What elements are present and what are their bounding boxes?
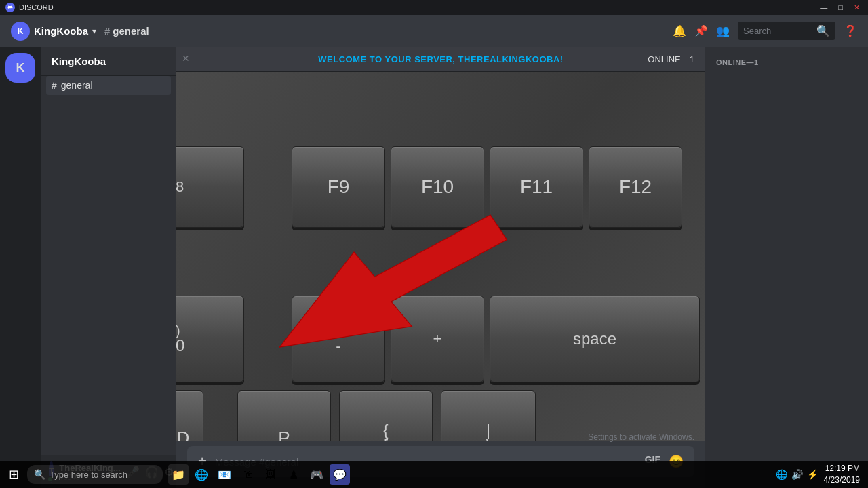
- taskbar-app-explorer[interactable]: 📁: [168, 464, 189, 485]
- members-sidebar: ONLINE—1: [705, 47, 868, 488]
- taskbar-search[interactable]: 🔍 Type here to search: [27, 465, 163, 484]
- members-header: ONLINE—1: [711, 58, 863, 66]
- bell-icon[interactable]: 🔔: [673, 24, 686, 37]
- main-layout: K KingKooba # general T TheRealKing... #…: [0, 47, 868, 488]
- server-item-active[interactable]: K: [5, 53, 35, 83]
- key-0-partial: ) 0: [176, 296, 244, 382]
- taskbar-app-discord[interactable]: 💬: [330, 464, 350, 485]
- key-label: F10: [421, 178, 454, 197]
- server-icon: K: [11, 22, 30, 41]
- titlebar: DISCORD — □ ✕: [0, 0, 868, 15]
- key-label-top: +: [433, 331, 442, 346]
- key-f11: F11: [490, 146, 583, 228]
- key-label: D: [177, 429, 190, 441]
- key-label: 8: [176, 180, 184, 195]
- maximize-button[interactable]: □: [835, 3, 846, 12]
- channels-header: KingKooba: [41, 47, 176, 76]
- taskbar-app-photos[interactable]: 🖼: [260, 464, 281, 485]
- close-banner-button[interactable]: ✕: [182, 53, 190, 64]
- search-box[interactable]: Search 🔍: [738, 22, 835, 40]
- channel-label: general: [104, 25, 149, 37]
- taskbar-right: 🌐 🔊 ⚡ 12:19 PM 4/23/2019: [776, 463, 868, 486]
- online-badge: ONLINE—1: [648, 54, 694, 64]
- taskbar: ⊞ 🔍 Type here to search 📁 🌐 📧 🛍 🖼 ♟ 🎮 💬 …: [0, 461, 868, 488]
- key-label: P: [278, 429, 290, 441]
- welcome-text: WELCOME TO YOUR SERVER, THEREALKINGKOOBA…: [318, 54, 563, 64]
- chat-content: 8 F9 F10 F11 F12: [176, 72, 705, 441]
- key-label-top: |: [486, 423, 490, 438]
- close-button[interactable]: ✕: [851, 3, 863, 12]
- server-name: KingKooba: [34, 25, 88, 37]
- taskbar-app-list: 📁 🌐 📧 🛍 🖼 ♟ 🎮 💬: [168, 464, 350, 485]
- key-f12: F12: [589, 146, 682, 228]
- search-placeholder: Search: [743, 26, 771, 36]
- taskbar-system-icons: 🌐 🔊 ⚡: [776, 469, 818, 480]
- key-space-partial: space: [490, 296, 700, 382]
- server-selector[interactable]: K KingKooba ▾: [11, 22, 96, 41]
- channel-item-general[interactable]: # general: [46, 76, 171, 95]
- start-button[interactable]: ⊞: [0, 461, 27, 488]
- key-label-top: ): [176, 324, 180, 338]
- taskbar-clock: 12:19 PM 4/23/2019: [824, 463, 860, 486]
- battery-icon: ⚡: [807, 469, 818, 480]
- discord-icon: [5, 3, 15, 12]
- key-label-top: —: [331, 324, 346, 339]
- key-bracket-open: { [: [339, 390, 433, 441]
- taskbar-app-store[interactable]: 🛍: [237, 464, 258, 485]
- taskbar-app-mail[interactable]: 📧: [214, 464, 235, 485]
- windows-activate-notice: Settings to activate Windows.: [588, 432, 694, 442]
- network-icon: 🌐: [776, 469, 787, 480]
- key-f9: F9: [292, 146, 385, 228]
- header-right: 🔔 📌 👥 Search 🔍 ❓: [673, 22, 857, 40]
- key-label-bot: \: [486, 438, 490, 441]
- key-label: space: [573, 331, 616, 347]
- key-8-partial: 8: [176, 146, 244, 228]
- members-icon[interactable]: 👥: [716, 24, 730, 37]
- hash-icon: #: [52, 80, 57, 91]
- key-f10: F10: [391, 146, 484, 228]
- titlebar-title: DISCORD: [19, 3, 54, 12]
- channel-name-label: general: [61, 80, 93, 91]
- volume-icon: 🔊: [791, 469, 803, 480]
- key-label-top: {: [383, 423, 388, 438]
- server-list: K: [0, 47, 41, 488]
- key-label-bot: -: [336, 339, 340, 354]
- channel-list: KingKooba # general T TheRealKing... #80…: [41, 47, 176, 488]
- discord-app: K KingKooba ▾ general 🔔 📌 👥 Search 🔍 ❓ K…: [0, 15, 868, 488]
- key-label: F9: [328, 178, 350, 197]
- keyboard-area: 8 F9 F10 F11 F12: [176, 72, 705, 441]
- date-display: 4/23/2019: [824, 474, 860, 486]
- titlebar-left: DISCORD: [5, 3, 54, 12]
- key-pipe: | \: [441, 390, 536, 441]
- arrow-overlay: [176, 72, 705, 441]
- key-label: F11: [520, 178, 553, 197]
- key-label-bot: 0: [176, 338, 184, 354]
- taskbar-search-placeholder: Type here to search: [50, 470, 127, 480]
- time-display: 12:19 PM: [824, 463, 860, 474]
- taskbar-app-steam[interactable]: ♟: [283, 464, 304, 485]
- key-minus: — -: [292, 296, 385, 382]
- taskbar-search-icon: 🔍: [34, 469, 45, 480]
- help-icon[interactable]: ❓: [844, 24, 857, 37]
- chevron-down-icon: ▾: [92, 26, 96, 36]
- key-label-bot: [: [384, 438, 388, 441]
- taskbar-app-edge[interactable]: 🌐: [191, 464, 212, 485]
- key-plus: +: [391, 296, 484, 382]
- titlebar-controls: — □ ✕: [817, 3, 863, 12]
- key-label: F12: [619, 178, 652, 197]
- welcome-banner: ✕ WELCOME TO YOUR SERVER, THEREALKINGKOO…: [176, 47, 705, 72]
- key-p: P: [237, 390, 331, 441]
- header: K KingKooba ▾ general 🔔 📌 👥 Search 🔍 ❓: [0, 15, 868, 47]
- taskbar-app-game[interactable]: 🎮: [307, 464, 327, 485]
- key-d-partial: D: [176, 390, 203, 441]
- chat-area: ✕ WELCOME TO YOUR SERVER, THEREALKINGKOO…: [176, 47, 705, 488]
- pin-icon[interactable]: 📌: [694, 24, 708, 37]
- minimize-button[interactable]: —: [817, 3, 830, 12]
- search-icon: 🔍: [816, 24, 830, 37]
